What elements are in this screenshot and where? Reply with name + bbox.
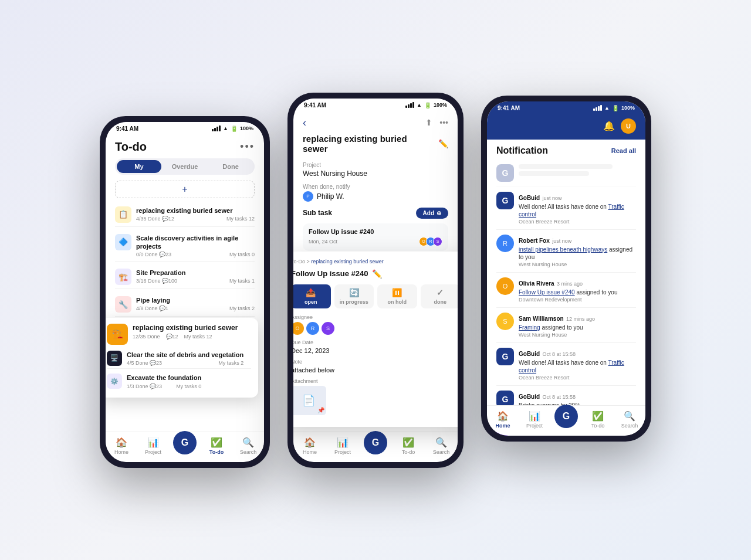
tab-my[interactable]: My [117,160,161,173]
nav-center-3[interactable]: G [550,410,582,429]
notif-item-3[interactable]: O Olivia Rivera 3 mins ago Follow Up iss… [496,273,636,308]
share-icon[interactable]: ⬆ [425,118,432,127]
status-bar-1: 9:41 AM ▲ 🔋 100% [106,122,264,134]
subtask-card[interactable]: Follow Up issue #240 Mon, 24 Oct O R S [303,223,448,251]
task-list: 📋 replacing existing buried sewer 4/35 D… [106,203,264,317]
nav-center-1[interactable]: G [169,437,201,455]
todo-nav-icon-3: ✅ [592,410,604,422]
tab-done[interactable]: Done [208,160,253,173]
notif-sender-1: GoBuid [519,195,540,201]
nav-home-2[interactable]: 🏠 Home [293,437,326,455]
float-main-task[interactable]: 🏗️ replacing existing buried sewer 12/35… [107,324,251,345]
notif-title-row: Notification Read all [487,140,645,159]
notif-project-1: Ocean Breeze Resort [519,219,636,225]
notif-blurred[interactable]: G [496,159,636,187]
task-content-4: Pipe laying 4/8 Done 💬1 My tasks 2 [136,296,255,311]
task-item-3[interactable]: 🏗️ Site Preparation 3/16 Done 💬100 My ta… [115,265,255,289]
nav-project-1[interactable]: 📊 Project [137,437,169,455]
task-main-title: replacing existing buried sewer [303,134,434,154]
bar1 [212,129,214,131]
task-mytasks-4: My tasks 2 [229,306,255,311]
add-task-row[interactable]: + [115,181,255,198]
status-bar-2: 9:41 AM ▲ 🔋 100% [293,99,458,111]
notif-link-3[interactable]: Follow Up issue #240 [519,289,575,296]
add-subtask-btn[interactable]: Add ⊕ [416,208,448,219]
nav-project-3[interactable]: 📊 Project [519,410,550,429]
bar4 [219,125,221,131]
status-onhold[interactable]: ⏸️ on hold [377,284,417,308]
wifi-icon-1: ▲ [223,125,228,131]
nav-search-1[interactable]: 🔍 Search [232,437,264,455]
nav-project-2[interactable]: 📊 Project [326,437,359,455]
float-card: 🏗️ replacing existing buried sewer 12/35… [106,318,258,398]
notif-item-2[interactable]: R Robert Fox just now install pipelines … [496,230,636,273]
nav-g-btn-3[interactable]: G [554,405,578,428]
notif-link-5[interactable]: Traffic control [519,359,624,374]
status-open[interactable]: 📤 open [293,284,331,308]
notif-app-icon-blurred: G [496,164,514,182]
bell-icon[interactable]: 🔔 [603,120,615,131]
nav-g-btn-1[interactable]: G [173,431,197,454]
task-item-2[interactable]: 🔷 Scale discovery activities in agile pr… [115,230,255,262]
todo-header: To-do ••• [106,134,264,158]
more-icon[interactable]: ••• [439,118,448,127]
overlay-edit-icon[interactable]: ✏️ [372,269,382,279]
battery-pct-1: 100% [240,125,253,131]
project-value: West Nursing House [303,169,448,178]
nav-g-btn-2[interactable]: G [364,431,387,454]
notif-item-1[interactable]: G GoBuid just now Well done! All tasks h… [496,187,636,230]
nav-todo-2[interactable]: ✅ To-do [392,437,425,455]
phone-todo: 9:41 AM ▲ 🔋 100% To-do ••• My Overdue [100,116,270,468]
todo-title: To-do [115,140,147,154]
float-sub-1[interactable]: 🖥️ Clear the site of debris and vegetati… [107,348,251,369]
nav-todo-3[interactable]: ✅ To-do [582,410,614,429]
nav-center-2[interactable]: G [359,437,392,455]
notif-content-1: GoBuid just now Well done! All tasks hav… [519,192,636,225]
project-icon-1: 📊 [147,437,159,448]
user-avatar[interactable]: U [621,118,636,134]
nav-search-3[interactable]: 🔍 Search [614,410,645,429]
edit-icon[interactable]: ✏️ [438,139,448,148]
notif-item-5[interactable]: G GoBuid Oct 8 at 15:58 Well done! All t… [496,343,636,386]
float-task-icon: 🏗️ [107,324,128,345]
notif-link-4[interactable]: Framing [519,324,540,331]
notif-sender-6: GoBuid [519,393,540,400]
nav-home-label-1: Home [114,449,128,455]
nav-todo-label-1: To-do [209,449,224,455]
task-item-4[interactable]: 🔧 Pipe laying 4/8 Done 💬1 My tasks 2 [115,293,255,317]
bar4-2 [412,102,414,108]
notif-link-1[interactable]: Traffic control [519,203,624,218]
signal-3 [593,105,602,111]
notif-text-5: Well done! All tasks have done on Traffi… [519,359,636,374]
nav-todo-1[interactable]: ✅ To-do [201,437,232,455]
status-done[interactable]: ✓ done [421,284,458,308]
tab-overdue[interactable]: Overdue [163,160,207,173]
notif-av-2: R [496,235,514,252]
todo-tabs: My Overdue Done [115,158,255,175]
nav-home-3[interactable]: 🏠 Home [487,410,519,429]
assignee-row: O R S [293,322,458,335]
todo-menu-btn[interactable]: ••• [240,141,255,153]
float-task-info: replacing existing buried sewer 12/35 Do… [133,324,238,340]
read-all-btn[interactable]: Read all [611,147,636,154]
duedate-value: Dec 12, 2023 [293,347,458,354]
av-3: S [433,237,442,246]
nav-search-label-2: Search [433,449,450,455]
status-icons-1: ▲ 🔋 100% [212,125,253,132]
float-sub-2[interactable]: ⚙️ Excavate the foundation 1/3 Done 💬23 … [107,371,251,391]
inprogress-icon: 🔄 [349,288,359,297]
notif-link-2[interactable]: install pipelines beneath highways [519,246,607,253]
notif-item-4[interactable]: S Sam Williamson 12 mins ago Framing ass… [496,308,636,343]
subtask-name: Follow Up issue #240 [309,228,442,235]
status-inprogress[interactable]: 🔄 in progress [334,284,374,308]
time-3: 9:41 AM [498,105,520,111]
nav-search-2[interactable]: 🔍 Search [425,437,458,455]
status-tabs: 📤 open 🔄 in progress ⏸️ on hold ✓ done [293,284,458,308]
task-item-1[interactable]: 📋 replacing existing buried sewer 4/35 D… [115,203,255,227]
nav-home-1[interactable]: 🏠 Home [106,437,137,455]
back-button[interactable]: ‹ [303,117,306,129]
task-icon-3: 🏗️ [115,269,131,285]
home-icon-3: 🏠 [497,410,509,422]
bottom-nav-1: 🏠 Home 📊 Project G ✅ To-do 🔍 Search [106,432,264,462]
notif-header-icons: 🔔 U [603,118,636,134]
